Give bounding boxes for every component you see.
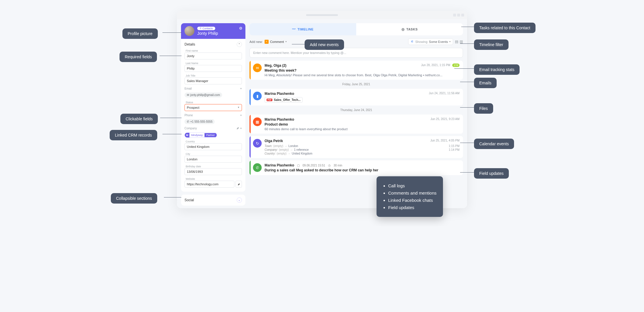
chevron-down-icon: ▾ xyxy=(285,40,287,43)
callout-linked-crm: Linked CRM records xyxy=(110,130,157,140)
timeline-list: ✉ Meg, Olga (2) Jun 28, 2021, 1:15 PM 17… xyxy=(249,61,463,175)
timeline-call-item[interactable]: ✆ Marina Plashenko ▢ 09.06.2021 15:51 ◷ xyxy=(249,160,463,175)
tab-tasks[interactable]: ◎ TASKS xyxy=(356,23,463,35)
people-icon: ⠿ xyxy=(200,27,202,30)
field-change-row: Company: (empty) → 1 reference 1:14 PM xyxy=(265,148,460,151)
tab-timeline[interactable]: 〰 TIMELINE xyxy=(249,23,356,35)
timeline-email-item[interactable]: ✉ Meg, Olga (2) Jun 28, 2021, 1:15 PM 17… xyxy=(249,61,463,80)
filter-icon: ⚟ xyxy=(411,40,414,43)
details-header[interactable]: Details ⌃ xyxy=(184,42,242,47)
country-input[interactable]: United Kingdom xyxy=(184,143,242,150)
timeline-types-popover: Call logs Comments and mentions Linked F… xyxy=(377,176,443,217)
callout-emails: Emails xyxy=(474,78,497,88)
website-label: Website xyxy=(186,177,242,180)
company-initial: M xyxy=(185,133,189,137)
file-icon: ▮ xyxy=(253,92,262,100)
clock-icon: ◷ xyxy=(328,164,331,167)
timeline-update-item[interactable]: ↻ Olga Petrik Jun 25, 2021, 4:05 PM Town… xyxy=(249,136,463,158)
phone-label: Phone xyxy=(184,114,193,117)
calendar-icon: ▦ xyxy=(253,117,262,126)
chevron-down-icon[interactable]: ⌄ xyxy=(237,197,242,203)
job-title-label: Job Title xyxy=(186,74,242,77)
date-separator: Friday, June 25, 2021 xyxy=(249,82,463,86)
contact-name: Jonty Philip xyxy=(197,31,218,36)
mail-icon: ✉ xyxy=(253,64,262,72)
comment-icon: ≡ xyxy=(265,40,269,44)
email-chip[interactable]: ✉ jonty.philip@gmail.com xyxy=(184,92,222,97)
callout-tracking-stats: Email tracking stats xyxy=(474,64,520,75)
timeline-toolbar: Add new: ≡ Comment ▾ ⚟ Showing Some Even… xyxy=(249,38,463,45)
mail-icon: ✉ xyxy=(187,93,189,97)
job-title-input[interactable]: Sales Manager xyxy=(184,77,242,84)
chevron-down-icon: ▾ xyxy=(449,40,451,43)
tabs: 〰 TIMELINE ◎ TASKS xyxy=(249,23,463,35)
callout-required-fields: Required fields xyxy=(120,52,157,62)
open-icon[interactable]: ⬈ xyxy=(236,126,239,130)
callout-add-new-events: Add new events xyxy=(305,39,344,50)
view-list-icon[interactable]: ▤ xyxy=(455,39,458,44)
file-chip[interactable]: PDF Sales_Offer_Tech... xyxy=(265,97,303,103)
phone-icon: ✆ xyxy=(187,120,189,123)
tasks-icon: ◎ xyxy=(401,27,405,31)
birthday-label: Birthday date xyxy=(186,165,242,168)
avatar[interactable] xyxy=(184,26,194,36)
first-name-input[interactable]: Jonty xyxy=(184,52,242,59)
date-separator: Thursday, June 24, 2021 xyxy=(249,108,463,112)
folder-chip[interactable]: ⠿ Contacts xyxy=(197,27,215,30)
add-phone-icon[interactable]: + xyxy=(240,113,242,117)
first-name-label: First name xyxy=(186,49,242,52)
date-icon: ▢ xyxy=(297,164,300,167)
field-change-row: Town: (empty) → London 1:15 PM xyxy=(265,144,460,148)
gear-icon[interactable]: ⚙ xyxy=(239,26,243,30)
callout-timeline-filter: Timeline filter xyxy=(474,39,509,50)
add-company-icon[interactable]: + xyxy=(240,126,242,130)
contact-sidebar: ⠿ Contacts Jonty Philip ⚙ Details ⌃ Firs… xyxy=(181,23,245,204)
last-name-label: Last Name xyxy=(186,62,242,65)
add-email-icon[interactable]: + xyxy=(240,87,242,90)
status-select[interactable]: Prospect xyxy=(184,104,242,111)
callout-field-updates: Field updates xyxy=(474,168,509,179)
company-label: Company xyxy=(184,127,197,130)
website-input[interactable]: https://technology.com xyxy=(184,181,234,188)
last-name-input[interactable]: Philip xyxy=(184,65,242,72)
timeline-file-item[interactable]: ▮ Marina Plashenko Jun 24, 2021, 11:56 A… xyxy=(249,89,463,106)
timeline-calendar-item[interactable]: ▦ Marina Plashenko Jun 25, 2021, 9:23 AM… xyxy=(249,115,463,134)
chevron-up-icon[interactable]: ⌃ xyxy=(237,42,242,47)
details-section: Details ⌃ First name Jonty Last Name Phi… xyxy=(181,39,245,192)
history-icon: ↻ xyxy=(253,139,262,148)
email-label: Email xyxy=(184,87,192,90)
callout-collapsible: Collapsible sections xyxy=(111,193,157,204)
city-label: City xyxy=(186,153,242,155)
birthday-input[interactable]: 13/06/1993 xyxy=(184,168,242,175)
status-label: Status xyxy=(186,101,242,104)
contact-header: ⠿ Contacts Jonty Philip ⚙ xyxy=(181,23,245,39)
pdf-icon: PDF xyxy=(267,99,272,101)
phone-icon: ✆ xyxy=(253,163,262,172)
callout-clickable-fields: Clickable fields xyxy=(120,114,158,124)
open-website-icon[interactable]: ⬈ xyxy=(236,181,242,188)
social-section-header[interactable]: Social ⌄ xyxy=(181,195,245,206)
field-change-row: Country: (empty) → United Kingdom xyxy=(265,152,460,155)
timeline-filter[interactable]: ⚟ Showing Some Events ▾ xyxy=(408,38,453,45)
view-compact-icon[interactable]: ▥ xyxy=(460,39,463,44)
callout-calendar-events: Calendar events xyxy=(474,139,514,149)
comment-input[interactable]: Enter new comment here. Mention your tea… xyxy=(249,48,463,58)
company-chip[interactable]: M Mindyway Partner xyxy=(184,133,217,138)
city-input[interactable]: London xyxy=(184,156,242,163)
add-comment-button[interactable]: ≡ Comment ▾ xyxy=(265,40,287,44)
phone-chip[interactable]: ✆ +1 555-555-5555 xyxy=(184,119,215,124)
tracking-badge: 17d xyxy=(452,64,460,67)
callout-profile-picture: Profile picture xyxy=(122,28,158,39)
timeline-icon: 〰 xyxy=(292,27,296,31)
add-new-label: Add new: xyxy=(249,40,263,43)
callout-tasks-related: Tasks related to this Contact xyxy=(474,23,536,33)
country-label: Country xyxy=(186,140,242,143)
callout-files: Files xyxy=(474,103,493,114)
window-titlebar xyxy=(177,11,467,19)
